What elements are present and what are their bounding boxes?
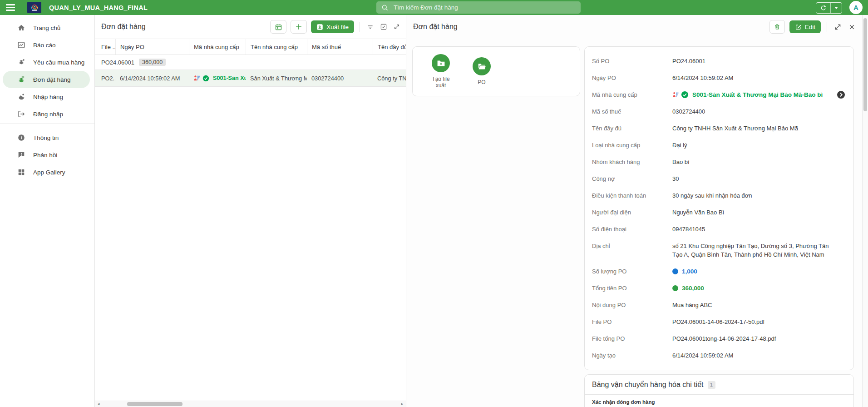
select-rows-button[interactable] (379, 23, 388, 30)
list-panel-header: Đơn đặt hàng Xuất file (95, 15, 406, 39)
filter-button[interactable] (365, 23, 375, 31)
calendar-button[interactable] (270, 20, 286, 34)
column-header-ma-so-thue[interactable]: Mã số thuế (307, 39, 373, 55)
field-label: Số PO (592, 57, 672, 65)
cell-full-name: Công ty TNH... (373, 75, 406, 82)
folder-plus-icon (432, 54, 450, 72)
field-label: Điều kiện thanh toán (592, 191, 672, 200)
supplier-link[interactable]: S001-Sản Xuất & Thương Mại Bảo Mã-Bao bì (692, 90, 823, 99)
edit-button[interactable]: Edit (789, 20, 821, 33)
sidebar-item-grid[interactable]: App Gallery (0, 164, 94, 181)
close-icon (848, 23, 856, 31)
download-icon (316, 24, 323, 30)
section-divider (585, 394, 853, 395)
search-icon (381, 4, 389, 11)
app-title: QUAN_LY_MUA_HANG_FINAL (49, 4, 148, 11)
sidebar-item-label: Yêu cầu mua hàng (33, 59, 84, 66)
field-label: Mã nhà cung cấp (592, 90, 672, 99)
sidebar-item-label: Thông tin (33, 134, 59, 141)
detail-panel-title: Đơn đặt hàng (413, 23, 458, 31)
filter-icon (366, 23, 374, 31)
status-dot-icon (672, 285, 678, 291)
field-value: S001-Sản Xuất & Thương Mại Bảo Mã-Bao bì (672, 90, 846, 99)
detail-field-row: Điều kiện thanh toán30 ngày sau khi nhận… (592, 187, 846, 204)
column-header-ten-day-du[interactable]: Tên đầy đủ (373, 39, 406, 55)
supplier-code-link[interactable]: S001-Sản Xuấ (213, 75, 246, 81)
field-value: Bao bì (672, 158, 690, 166)
layers-icon (16, 75, 26, 84)
refresh-icon (816, 3, 830, 13)
caret-down-icon (834, 7, 838, 9)
sync-button[interactable] (816, 2, 842, 14)
detail-field-row: Tên đầy đủCông ty TNHH Sản Xuất & Thương… (592, 120, 846, 137)
edit-button-label: Edit (805, 24, 815, 30)
supplier-avatar-icon (193, 74, 201, 82)
field-value: PO24.06001-14-06-2024-17-50.pdf (672, 318, 764, 326)
chevron-right-icon[interactable] (837, 90, 845, 99)
verified-icon (202, 75, 209, 82)
sidebar-item-login[interactable]: Đăng nhập (0, 105, 94, 123)
horizontal-scroll-thumb[interactable] (127, 402, 182, 406)
detail-field-row: Người đại diệnNguyễn Văn Bao Bì (592, 204, 846, 221)
sidebar-item-label: App Gallery (33, 169, 65, 176)
section-subheader: Xác nhận đóng đơn hàng (592, 399, 846, 405)
vertical-scrollbar[interactable] (862, 15, 868, 407)
shortcut-folder-plus[interactable]: Tạo file xuất (426, 54, 455, 89)
expand-icon (393, 23, 400, 30)
field-value: 0947841045 (672, 225, 705, 233)
field-label: Địa chỉ (592, 242, 672, 250)
field-label: Công nợ (592, 174, 672, 183)
field-label: File PO (592, 318, 672, 326)
section-count-badge: 1 (708, 381, 715, 389)
sidebar-item-label: Trang chủ (33, 25, 60, 31)
search-bar[interactable] (376, 1, 581, 14)
order-detail-panel: Đơn đặt hàng Edit Tạo file xuấtPO Số POP… (406, 15, 863, 407)
menu-icon[interactable] (6, 4, 15, 11)
horizontal-scrollbar[interactable]: ◄ ► (95, 401, 406, 407)
sidebar: Trang chủBáo cáoYêu cầu mua hàngĐơn đặt … (0, 15, 95, 407)
export-file-button[interactable]: Xuất file (311, 20, 354, 33)
search-input[interactable] (393, 4, 581, 11)
expand-detail-button[interactable] (833, 23, 843, 31)
shortcut-folder-open[interactable]: PO (467, 57, 496, 85)
column-header-ten-ncc[interactable]: Tên nhà cung cấp (246, 39, 307, 55)
grid-icon (16, 168, 26, 176)
scroll-left-arrow-icon[interactable]: ◄ (95, 401, 102, 407)
column-header-ma-ncc[interactable]: Mã nhà cung cấp (189, 39, 246, 55)
folder-open-icon (473, 57, 491, 75)
sidebar-item-home[interactable]: Trang chủ (0, 19, 94, 36)
expand-list-button[interactable] (392, 23, 401, 30)
sidebar-item-layers-plus[interactable]: Yêu cầu mua hàng (0, 54, 94, 71)
add-button[interactable] (291, 20, 307, 34)
detail-field-row: Mã nhà cung cấpS001-Sản Xuất & Thương Mạ… (592, 86, 846, 103)
close-button[interactable] (847, 23, 857, 31)
sidebar-item-feedback[interactable]: Phản hồi (0, 146, 94, 164)
sidebar-item-layers[interactable]: Đơn đặt hàng (3, 71, 90, 88)
detail-field-row: Tổng tiền PO360,000 (592, 280, 846, 297)
field-label: Loại nhà cung cấp (592, 141, 672, 149)
edit-pencil-icon (795, 24, 802, 30)
sidebar-item-receive[interactable]: Nhập hàng (0, 88, 94, 105)
field-value: 6/14/2024 10:59:02 AM (672, 74, 733, 82)
table-row[interactable]: PO2... 6/14/2024 10:59:02 AM S001-Sản Xu… (95, 70, 406, 87)
home-icon (16, 24, 26, 32)
delete-button[interactable] (769, 20, 785, 34)
sidebar-item-info[interactable]: Thông tin (0, 129, 94, 146)
column-header-ngay-po[interactable]: Ngày PO (115, 39, 189, 55)
avatar[interactable]: A (849, 1, 863, 14)
detail-field-row: Nội dung POMua hàng ABC (592, 297, 846, 313)
vertical-scroll-thumb[interactable] (863, 18, 867, 111)
layers-plus-icon (16, 58, 26, 66)
column-header-file[interactable]: File ... (95, 39, 115, 55)
field-label: Tên đầy đủ (592, 124, 672, 133)
field-label: Nhóm khách hàng (592, 158, 672, 166)
sync-dropdown-button[interactable] (830, 3, 842, 13)
verified-icon (681, 91, 689, 99)
scroll-right-arrow-icon[interactable]: ► (399, 401, 406, 407)
detail-field-row: Ngày tạo6/14/2024 10:59:02 AM (592, 347, 846, 364)
group-row[interactable]: PO24.06001 360,000 (95, 55, 406, 70)
sidebar-item-chart[interactable]: Báo cáo (0, 36, 94, 54)
field-value-number: 1,000 (682, 268, 697, 275)
list-panel-title: Đơn đặt hàng (101, 23, 146, 31)
field-value: 6/14/2024 10:59:02 AM (672, 351, 733, 360)
